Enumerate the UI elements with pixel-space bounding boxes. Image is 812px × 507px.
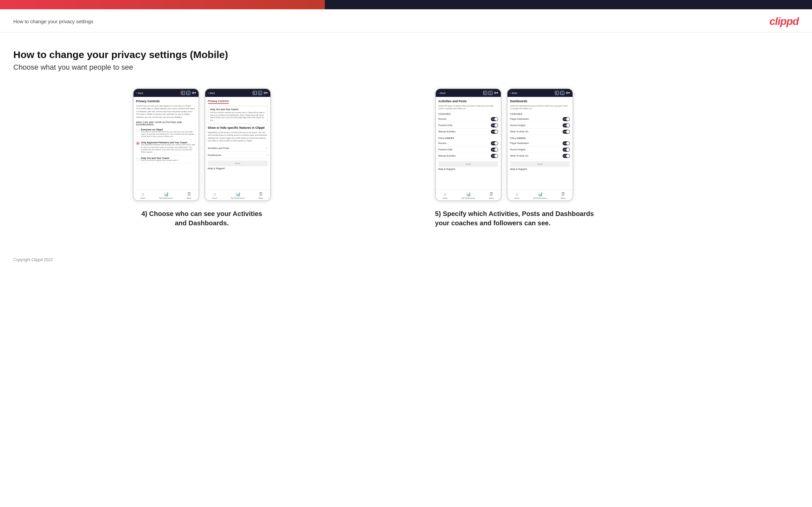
page-heading: How to change your privacy settings (Mob… bbox=[13, 49, 799, 60]
screenshot-group-left: < Back 🔍 👤 ⊕▾ Privacy Controls Control h… bbox=[13, 88, 390, 228]
privacy-controls-title-1: Privacy Controls bbox=[136, 100, 196, 103]
radio-label-only-you: Only You and Your Coach bbox=[141, 157, 179, 159]
user-icon-4[interactable]: 👤 bbox=[560, 91, 564, 95]
menu-label-3: Menu bbox=[489, 197, 494, 199]
user-icon-3[interactable]: 👤 bbox=[489, 91, 493, 95]
more-icon-3[interactable]: ⊕▾ bbox=[494, 91, 498, 95]
who-can-see-label-1: Who Can See Your Activities and Dashboar… bbox=[136, 121, 196, 126]
more-icon-1[interactable]: ⊕▾ bbox=[192, 91, 196, 95]
highlight-box-2: Only You and Your Coach Only you and the… bbox=[208, 106, 268, 124]
back-button-4[interactable]: < Back bbox=[510, 92, 517, 94]
phone-bottom-nav-1: ⌂ Home 📊 My Performance ☰ Menu bbox=[134, 190, 199, 201]
toggle-followers-what-to-work-4[interactable]: ON bbox=[563, 154, 570, 158]
more-icon-2[interactable]: ⊕▾ bbox=[263, 91, 268, 95]
toggle-coaches-round-insights-4[interactable]: ON bbox=[563, 123, 570, 127]
home-icon-4: ⌂ bbox=[516, 192, 518, 196]
nav-home-4[interactable]: ⌂ Home bbox=[514, 192, 519, 199]
radio-everyone[interactable]: Everyone on Clippd Everyone on Clippd ca… bbox=[136, 127, 196, 140]
copyright: Copyright Clippd 2022 bbox=[13, 258, 53, 262]
nav-menu-4[interactable]: ☰ Menu bbox=[561, 192, 566, 199]
user-icon-1[interactable]: 👤 bbox=[186, 91, 190, 95]
phone-nav-icons-2: 🔍 👤 ⊕▾ bbox=[253, 91, 268, 95]
search-icon-2[interactable]: 🔍 bbox=[253, 91, 257, 95]
row-coaches-manual-3: Manual Activities ON bbox=[439, 129, 498, 135]
back-button-3[interactable]: < Back bbox=[439, 92, 446, 94]
menu-label-1: Menu bbox=[187, 197, 192, 199]
radio-only-you[interactable]: Only You and Your Coach Only you and the… bbox=[136, 155, 196, 164]
save-button-2[interactable]: Save bbox=[208, 161, 268, 166]
radio-label-everyone: Everyone on Clippd bbox=[141, 128, 196, 131]
nav-home-1[interactable]: ⌂ Home bbox=[141, 192, 146, 199]
nav-performance-1[interactable]: 📊 My Performance bbox=[159, 192, 173, 199]
toggle-coaches-rounds-3[interactable]: ON bbox=[491, 117, 498, 121]
search-icon-4[interactable]: 🔍 bbox=[555, 91, 559, 95]
toggle-coaches-player-4[interactable]: ON bbox=[563, 117, 570, 121]
phone-mockup-2: < Back 🔍 👤 ⊕▾ Privacy Controls Only You … bbox=[205, 88, 271, 201]
phone-content-1: Privacy Controls Control how you and you… bbox=[134, 97, 199, 190]
nav-menu-1[interactable]: ☰ Menu bbox=[187, 192, 192, 199]
search-icon-1[interactable]: 🔍 bbox=[181, 91, 185, 95]
coaches-manual-label-3: Manual Activities bbox=[439, 130, 456, 133]
followers-what-to-work-label-4: What To Work On bbox=[510, 155, 528, 157]
caption-right: 5) Specify which Activities, Posts and D… bbox=[435, 209, 601, 228]
followers-round-insights-label-4: Round Insights bbox=[510, 148, 526, 151]
show-hide-text-2: Regardless of the privacy controls that … bbox=[208, 131, 268, 143]
home-icon-1: ⌂ bbox=[142, 192, 144, 196]
menu-dashboards[interactable]: Dashboards › bbox=[208, 152, 268, 159]
toggle-coaches-what-to-work-4[interactable]: ON bbox=[563, 130, 570, 134]
nav-performance-2[interactable]: 📊 My Performance bbox=[231, 192, 244, 199]
coaches-round-insights-label-4: Round Insights bbox=[510, 124, 526, 126]
phone-nav-bar-3: < Back 🔍 👤 ⊕▾ bbox=[436, 89, 501, 97]
phone-content-3: Activities and Posts Select the types of… bbox=[436, 97, 501, 190]
home-icon-2: ⌂ bbox=[213, 192, 215, 196]
save-button-4[interactable]: Save bbox=[510, 161, 570, 167]
nav-performance-3[interactable]: 📊 My Performance bbox=[462, 192, 475, 199]
toggle-coaches-drills-3[interactable]: ON bbox=[491, 123, 498, 127]
top-bar bbox=[0, 0, 812, 9]
nav-performance-4[interactable]: 📊 My Performance bbox=[534, 192, 547, 199]
more-icon-4[interactable]: ⊕▾ bbox=[566, 91, 570, 95]
activities-posts-text-3: Select the types of activity that you'd … bbox=[439, 105, 498, 110]
activities-posts-title-3: Activities and Posts bbox=[439, 100, 498, 103]
toggle-followers-drills-3[interactable]: ON bbox=[491, 148, 498, 152]
followers-label-3: FOLLOWERS bbox=[439, 137, 498, 139]
toggle-followers-round-insights-4[interactable]: ON bbox=[563, 148, 570, 152]
radio-circle-everyone bbox=[136, 129, 140, 132]
back-button-2[interactable]: < Back bbox=[208, 92, 215, 94]
search-icon-3[interactable]: 🔍 bbox=[483, 91, 487, 95]
privacy-controls-text-1: Control how you and your data appears to… bbox=[136, 105, 196, 118]
row-followers-round-insights-4: Round Insights ON bbox=[510, 147, 570, 153]
followers-rounds-label-3: Rounds bbox=[439, 142, 446, 144]
help-support-4: Help & Support bbox=[510, 167, 570, 171]
toggle-followers-manual-3[interactable]: ON bbox=[491, 154, 498, 158]
toggle-followers-rounds-3[interactable]: ON bbox=[491, 142, 498, 145]
help-support-3: Help & Support bbox=[439, 167, 498, 171]
screenshots-row: < Back 🔍 👤 ⊕▾ Privacy Controls Control h… bbox=[13, 88, 799, 228]
phone-mockup-1: < Back 🔍 👤 ⊕▾ Privacy Controls Control h… bbox=[133, 88, 199, 201]
toggle-followers-player-4[interactable]: ON bbox=[563, 142, 570, 145]
menu-activities-posts[interactable]: Activities and Posts › bbox=[208, 145, 268, 152]
help-support-2: Help & Support bbox=[208, 166, 268, 171]
radio-approved[interactable]: Only Approved Followers and Your Coach O… bbox=[136, 140, 196, 155]
logo: clippd bbox=[769, 15, 799, 27]
home-label-1: Home bbox=[141, 197, 146, 199]
nav-menu-3[interactable]: ☰ Menu bbox=[489, 192, 494, 199]
coaches-what-to-work-label-4: What To Work On bbox=[510, 130, 528, 133]
phone-bottom-nav-3: ⌂ Home 📊 My Performance ☰ Menu bbox=[436, 190, 501, 201]
nav-home-3[interactable]: ⌂ Home bbox=[443, 192, 448, 199]
menu-label-4: Menu bbox=[561, 197, 566, 199]
nav-menu-2[interactable]: ☰ Menu bbox=[259, 192, 263, 199]
nav-home-2[interactable]: ⌂ Home bbox=[212, 192, 217, 199]
main-content: How to change your privacy settings (Mob… bbox=[0, 33, 812, 251]
save-button-3[interactable]: Save bbox=[439, 161, 498, 167]
show-hide-title-2: Show or hide specific features in Clippd bbox=[208, 126, 268, 129]
performance-icon-3: 📊 bbox=[466, 192, 471, 196]
followers-label-4: FOLLOWERS bbox=[510, 137, 570, 139]
home-label-2: Home bbox=[212, 197, 217, 199]
radio-desc-approved: Only approved followers and coaches you … bbox=[141, 144, 196, 153]
performance-icon-1: 📊 bbox=[164, 192, 169, 196]
toggle-coaches-manual-3[interactable]: ON bbox=[491, 130, 498, 134]
back-button-1[interactable]: < Back bbox=[136, 92, 144, 94]
user-icon-2[interactable]: 👤 bbox=[258, 91, 262, 95]
performance-label-2: My Performance bbox=[231, 197, 244, 199]
